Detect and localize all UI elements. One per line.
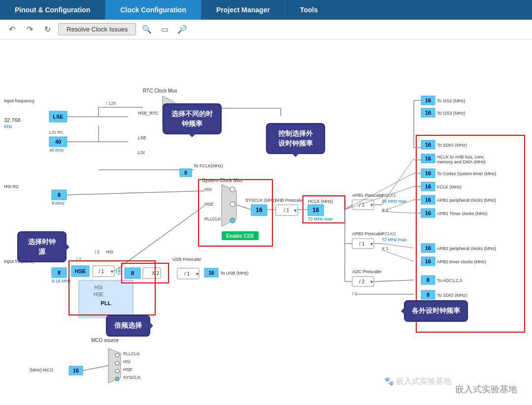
svg-text:16: 16 <box>425 156 431 161</box>
svg-text:To ADC1,2,3: To ADC1,2,3 <box>437 278 462 283</box>
svg-text:72 MHz max: 72 MHz max <box>308 217 333 221</box>
svg-text:To I2S3 (MHz): To I2S3 (MHz) <box>437 111 466 116</box>
svg-text:16: 16 <box>425 97 431 103</box>
svg-rect-186 <box>199 180 272 246</box>
svg-text:(MHz) MCO: (MHz) MCO <box>30 368 53 373</box>
svg-text:/ 2: / 2 <box>359 279 365 284</box>
svg-text:Input frequency: Input frequency <box>4 98 35 103</box>
svg-text:HSE: HSE <box>123 367 133 372</box>
svg-text:16: 16 <box>425 170 431 176</box>
svg-text:APB1 Prescaler: APB1 Prescaler <box>352 193 384 198</box>
svg-text:40: 40 <box>55 139 61 145</box>
svg-text:8 MHz: 8 MHz <box>52 201 65 206</box>
svg-text:MCO source: MCO source <box>91 338 119 343</box>
refresh-button[interactable]: ↻ <box>40 23 54 36</box>
svg-text:USB Prescaler: USB Prescaler <box>172 257 201 262</box>
undo-button[interactable]: ↶ <box>5 23 19 36</box>
svg-rect-185 <box>122 263 168 283</box>
svg-text:To Cortex System timer (MHz): To Cortex System timer (MHz) <box>437 171 497 176</box>
nav-pinout[interactable]: Pinout & Configuration <box>0 0 105 20</box>
svg-text:KHz: KHz <box>4 124 13 129</box>
svg-text:AHB Prescaler: AHB Prescaler <box>275 198 304 203</box>
svg-text:To SDIO (MHz): To SDIO (MHz) <box>437 143 467 148</box>
svg-text:HSI: HSI <box>106 249 113 254</box>
svg-text:APB1 peripheral clocks (MHz): APB1 peripheral clocks (MHz) <box>437 198 496 203</box>
nav-clock[interactable]: Clock Configuration <box>105 0 201 20</box>
svg-text:To FCLK(MHz): To FCLK(MHz) <box>194 163 223 168</box>
svg-text:memory and DMA (MHz): memory and DMA (MHz) <box>437 159 486 164</box>
svg-text:16: 16 <box>425 142 431 148</box>
svg-point-175 <box>115 377 119 381</box>
svg-text:PLLCLK: PLLCLK <box>123 351 140 356</box>
svg-text:72 MHz max: 72 MHz max <box>382 237 407 242</box>
redo-button[interactable]: ↷ <box>23 23 36 36</box>
svg-text:▼: ▼ <box>369 280 374 284</box>
svg-text:8: 8 <box>427 277 430 283</box>
svg-text:8: 8 <box>184 170 187 176</box>
svg-text:8: 8 <box>427 292 430 298</box>
svg-text:To USB (MHz): To USB (MHz) <box>220 271 249 276</box>
svg-text:HSE_RTC: HSE_RTC <box>138 111 159 116</box>
nav-project[interactable]: Project Manager <box>201 0 285 20</box>
fit-button[interactable]: ▭ <box>158 23 171 36</box>
svg-text:APB2 timer clocks (MHz): APB2 timer clocks (MHz) <box>437 259 486 264</box>
svg-text:/ 1: / 1 <box>359 241 365 247</box>
svg-text:APB1 Timer clocks (MHz): APB1 Timer clocks (MHz) <box>437 211 488 216</box>
svg-text:16: 16 <box>208 270 214 276</box>
svg-point-172 <box>115 353 119 357</box>
nav-tools[interactable]: Tools <box>285 0 333 20</box>
annotation-freq-mult: 倍频选择 <box>106 315 150 337</box>
svg-text:▼: ▼ <box>195 272 200 277</box>
svg-text:🐾 嵌入式实验基地: 🐾 嵌入式实验基地 <box>384 376 451 386</box>
annotation-control-external: 控制选择外设时钟频率 <box>266 123 325 154</box>
svg-text:32.768: 32.768 <box>4 117 21 123</box>
svg-text:/ 2: / 2 <box>352 291 357 296</box>
svg-text:4-16 MHz: 4-16 MHz <box>52 279 71 283</box>
annotation-clock-source: 选择时钟源 <box>17 231 66 262</box>
top-nav: Pinout & Configuration Clock Configurati… <box>0 0 532 20</box>
svg-text:APB2 Prescaler: APB2 Prescaler <box>352 231 384 236</box>
svg-text:To I2S2 (MHz): To I2S2 (MHz) <box>437 98 466 103</box>
svg-text:FCLK (MHz): FCLK (MHz) <box>437 185 462 189</box>
svg-text:16: 16 <box>425 110 431 116</box>
svg-text:16: 16 <box>312 207 319 214</box>
svg-text:HCLK (MHz): HCLK (MHz) <box>308 199 333 204</box>
annotation-external-devices: 各外设时钟频率 <box>404 300 468 322</box>
svg-text:16: 16 <box>425 245 431 251</box>
resolve-button[interactable]: Resolve Clock Issues <box>58 23 136 35</box>
svg-text:16: 16 <box>425 258 431 264</box>
zoom-in-button[interactable]: 🔍 <box>140 23 154 36</box>
toolbar: ↶ ↷ ↻ Resolve Clock Issues 🔍 ▭ 🔎 <box>0 20 532 39</box>
svg-text:SYSCLK: SYSCLK <box>123 375 141 380</box>
svg-text:▼: ▼ <box>369 203 374 208</box>
svg-text:16: 16 <box>425 210 431 216</box>
svg-text:LSE: LSE <box>138 135 146 140</box>
svg-text:/ 1: / 1 <box>284 208 290 213</box>
svg-text:ADC Prescaler: ADC Prescaler <box>352 269 382 274</box>
zoom-out-button[interactable]: 🔎 <box>175 23 189 36</box>
svg-text:RTC Clock Mux: RTC Clock Mux <box>143 88 177 93</box>
svg-text:▼: ▼ <box>293 208 298 213</box>
svg-text:16: 16 <box>425 184 431 189</box>
svg-point-173 <box>115 361 119 365</box>
main-content: Input frequency KHz 32.768 LSE LSI RC 40… <box>0 39 532 405</box>
svg-text:PCLK1: PCLK1 <box>382 193 396 198</box>
diagram-area: Input frequency KHz 32.768 LSE LSI RC 40… <box>0 39 532 405</box>
svg-text:▼: ▼ <box>369 242 374 247</box>
svg-text:LSI: LSI <box>138 150 145 155</box>
svg-text:8: 8 <box>58 270 61 276</box>
svg-point-174 <box>115 369 119 373</box>
svg-text:HSI RC: HSI RC <box>4 184 19 189</box>
svg-text:PCLK2: PCLK2 <box>382 231 396 236</box>
svg-text:LSI RC: LSI RC <box>49 130 64 135</box>
svg-text:16: 16 <box>73 368 79 374</box>
svg-text:HSI: HSI <box>123 359 131 364</box>
svg-text:16: 16 <box>425 197 431 203</box>
svg-text:APB2 peripheral clocks (MHz): APB2 peripheral clocks (MHz) <box>437 246 496 251</box>
watermark: 嵌入式实验基地 <box>455 383 517 395</box>
svg-text:To SDIO (MHz): To SDIO (MHz) <box>437 293 467 298</box>
svg-text:/ 2: / 2 <box>95 249 100 254</box>
svg-text:HCLK to AHB bus, core,: HCLK to AHB bus, core, <box>437 155 485 159</box>
svg-text:/ 128: / 128 <box>106 101 116 106</box>
annotation-select-freq: 选择不同的时钟频率 <box>163 103 222 134</box>
